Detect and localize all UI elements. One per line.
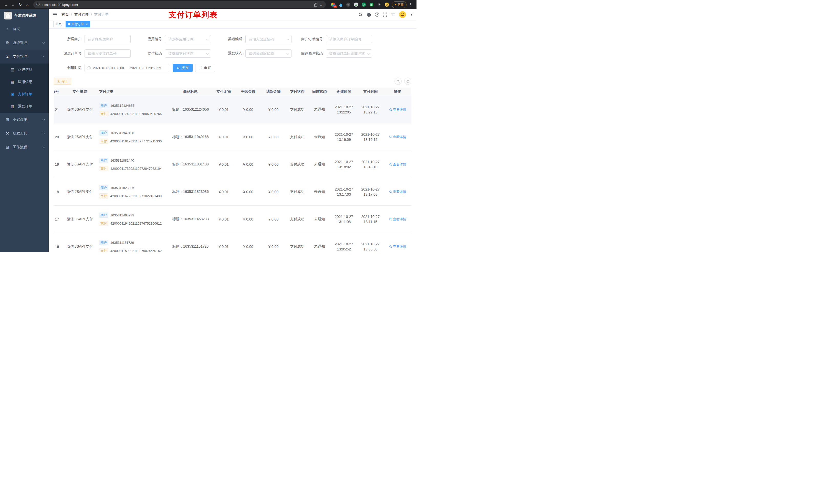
pay-order-no: 4200001159202110275074550162 [111, 249, 162, 252]
pay-time: 2021-10-27 13:05:58 [357, 233, 384, 252]
url-text[interactable]: localhost:1024/pay/order [42, 3, 312, 7]
view-detail-link[interactable]: 查看详情 [389, 244, 406, 249]
sidebar-item-devtools[interactable]: ⚒ 研发工具 [0, 126, 49, 140]
search-button[interactable]: 搜索 [173, 64, 193, 72]
table-row: 20 微信 JSAPI 支付 商户 1635311949168 支付 42000… [54, 123, 411, 151]
sidebar-logo[interactable]: 芋道管理系统 [0, 9, 49, 22]
sidebar-item-home[interactable]: ◔ 首页 [0, 22, 49, 36]
browser-update-button[interactable]: 更新 [392, 1, 406, 8]
toolbar-right [395, 78, 411, 85]
notify-status-select[interactable] [326, 49, 372, 57]
browser-home-button[interactable]: ⌂ [24, 1, 31, 8]
view-detail-link[interactable]: 查看详情 [389, 190, 406, 194]
toggle-search-button[interactable] [395, 78, 402, 85]
browser-menu-icon[interactable]: ⋮ [407, 2, 414, 7]
pay-status-input[interactable] [165, 50, 211, 57]
font-size-icon[interactable]: TT [391, 13, 395, 17]
breadcrumb-current: 支付订单 [94, 12, 109, 17]
filter-label: 回调商户状态 [295, 51, 326, 56]
bookmark-star-icon[interactable]: ☆ [319, 2, 323, 7]
view-detail-link[interactable]: 查看详情 [389, 162, 406, 167]
notify-status-input[interactable] [326, 50, 372, 57]
tab-close-icon[interactable]: × [86, 23, 88, 26]
github-icon[interactable] [366, 12, 371, 17]
notify-status: 未通知 [314, 107, 325, 112]
column-header-id: 编号 [54, 88, 63, 96]
channel-code-select[interactable] [245, 35, 291, 43]
extension-icon-gray-circle[interactable] [354, 2, 359, 7]
pay-order-line: 支付 4200001194202110276752100612 [99, 221, 167, 226]
create-time-range-picker[interactable]: 2021-10-01 00:00:00 - 2021-10-31 23:59:5… [85, 64, 169, 72]
search-icon[interactable] [358, 13, 363, 17]
browser-forward-button[interactable]: → [10, 1, 16, 8]
refund-status-input[interactable] [246, 50, 291, 57]
pay-order-line: 支付 4200001167202110271022491439 [99, 193, 167, 198]
pay-status-select[interactable] [165, 49, 211, 57]
tab-home[interactable]: 首页 [53, 21, 64, 27]
avatar[interactable] [399, 11, 406, 19]
share-icon[interactable] [314, 3, 317, 7]
order-id: 20 [55, 135, 59, 139]
chevron-down-icon [43, 132, 45, 135]
tags-view: 首页 支付订单 × [49, 20, 416, 28]
extension-icon-face[interactable] [384, 2, 389, 7]
avatar-caret-down-icon[interactable]: ▼ [410, 13, 413, 16]
address-bar[interactable]: ⓘ localhost:1024/pay/order ☆ [33, 1, 326, 8]
sidebar-item-refund-order[interactable]: ▥ 退款订单 [0, 100, 49, 113]
merchant-select[interactable] [85, 35, 130, 43]
sidebar-item-merchant-info[interactable]: ▤ 商户信息 [0, 64, 49, 76]
filter-pay-status: 支付状态 [134, 49, 215, 57]
fee-amount: ¥ 0.00 [243, 190, 253, 194]
site-info-icon[interactable]: ⓘ [37, 2, 40, 7]
workflow-icon: ⊟ [5, 145, 10, 149]
filter-refund-status: 退款状态 [215, 49, 295, 57]
refund-status-select[interactable] [245, 49, 291, 57]
fee-amount: ¥ 0.00 [243, 107, 253, 112]
pay-date: 2021-10-27 [359, 104, 382, 110]
extension-icon-pin[interactable] [377, 2, 382, 7]
sidebar-item-label: 支付订单 [18, 92, 32, 97]
extension-icon-drop[interactable] [338, 2, 343, 7]
yen-icon: ¥ [5, 54, 10, 59]
view-detail-link[interactable]: 查看详情 [389, 217, 406, 221]
help-icon[interactable]: ? [375, 13, 379, 17]
sidebar-item-workflow[interactable]: ⊟ 工作流程 [0, 140, 49, 154]
monitor-icon: ⊞ [5, 117, 10, 122]
app-select[interactable] [165, 35, 211, 43]
export-button[interactable]: 导出 [54, 78, 71, 85]
sidebar-item-infra[interactable]: ⊞ 基础设施 [0, 113, 49, 126]
sidebar-item-pay-order[interactable]: ◉ 支付订单 [0, 88, 49, 100]
tab-pay-order[interactable]: 支付订单 × [66, 21, 90, 27]
browser-back-button[interactable]: ← [3, 1, 9, 8]
product-title: 标题：1635311823086 [172, 190, 209, 194]
view-detail-link[interactable]: 查看详情 [389, 107, 406, 112]
product-title: 标题：1635311151726 [172, 244, 209, 248]
sidebar-collapse-icon[interactable] [52, 11, 58, 18]
sidebar-item-pay[interactable]: ¥ 支付管理 [0, 50, 49, 64]
extension-icon-green-book[interactable] [369, 2, 374, 7]
fee-amount: ¥ 0.00 [243, 245, 253, 249]
reset-button[interactable]: 重置 [195, 64, 215, 72]
refresh-button[interactable] [404, 78, 411, 85]
merchant-order-no-input[interactable] [326, 35, 372, 43]
extension-icon-dark-circle[interactable] [346, 2, 351, 7]
fee-amount: ¥ 0.00 [243, 217, 253, 221]
fullscreen-icon[interactable] [383, 13, 387, 17]
extension-icon-green-check[interactable] [361, 2, 366, 7]
pay-clock: 13:22:15 [359, 110, 382, 115]
view-detail-label: 查看详情 [393, 244, 406, 249]
breadcrumb-pay[interactable]: 支付管理 [74, 12, 89, 17]
pay-amount: ¥ 0.01 [219, 135, 229, 139]
channel-order-no-field[interactable] [85, 49, 130, 57]
merchant-select-input[interactable] [85, 35, 130, 43]
app-select-input[interactable] [165, 35, 211, 43]
sidebar-item-system[interactable]: ⚙ 系统管理 [0, 36, 49, 50]
sidebar-item-app-info[interactable]: ▦ 应用信息 [0, 76, 49, 88]
channel-order-no-input[interactable] [85, 50, 130, 57]
view-detail-link[interactable]: 查看详情 [389, 135, 406, 139]
extension-icon-colorful[interactable]: 10 [330, 2, 336, 7]
channel-code-input[interactable] [246, 35, 291, 43]
merchant-order-no-field[interactable] [326, 35, 372, 43]
browser-reload-button[interactable]: ↻ [17, 1, 24, 8]
breadcrumb-home[interactable]: 首页 [62, 12, 69, 17]
